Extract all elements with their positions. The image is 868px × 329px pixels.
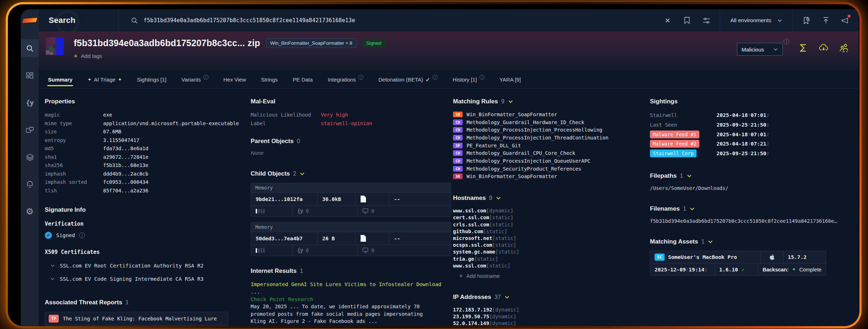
check-icon: ✓ bbox=[426, 77, 430, 83]
chevron-down-icon[interactable] bbox=[299, 171, 305, 177]
info-icon: i bbox=[203, 75, 208, 80]
chevron-down-icon[interactable] bbox=[686, 173, 692, 179]
sidebar-item-yara[interactable]: {y bbox=[21, 94, 39, 112]
indicator-row[interactable]: system.gc.name[static] bbox=[453, 249, 650, 255]
rule-type-badge: SR bbox=[453, 173, 463, 179]
property-key: imphash sorted bbox=[45, 178, 103, 187]
certificate-row[interactable]: SSL.com EV Code Signing Intermediate CA … bbox=[45, 276, 251, 282]
rule-type-badge: CH bbox=[453, 150, 463, 156]
apple-icon bbox=[769, 254, 775, 261]
indicator-row[interactable]: 172.183.7.192[dynamic] bbox=[453, 306, 650, 313]
child-object-card[interactable]: Memory 50ded3...7ea4b7 26 B -- {y 0 0 bbox=[251, 222, 451, 256]
rule-name: Methodology_ProcessInjection_ThreadConti… bbox=[467, 135, 608, 141]
sighting-row: Stairwell 2025-04-18T07:01Z bbox=[650, 111, 848, 120]
certificate-row[interactable]: SSL.com EV Root Certification Authority … bbox=[45, 263, 251, 269]
tab[interactable]: ✦ Summary ✦ ✓ i bbox=[47, 71, 73, 88]
matching-rule-row[interactable]: CH Methodology_ProcessInjection_QueueUse… bbox=[453, 157, 650, 165]
internet-result-title[interactable]: Impersonated GenAI Site Lures Victims to… bbox=[251, 281, 446, 296]
tab-label: Strings bbox=[261, 77, 278, 83]
signal-bars-icon bbox=[251, 245, 293, 256]
sidebar-item-layers[interactable] bbox=[21, 148, 39, 166]
tab[interactable]: ✦ PE Data ✦ ✓ i bbox=[292, 71, 313, 88]
rule-type-badge: CH bbox=[453, 135, 463, 141]
property-value: fda73d...8e6a1d bbox=[103, 144, 148, 153]
tab[interactable]: ✦ History [1] ✦ ✓ i bbox=[452, 71, 485, 88]
indicator-row[interactable]: microsoft.net[static] bbox=[453, 235, 650, 242]
indicator-row[interactable]: ocsps.ssl.com[static] bbox=[453, 242, 650, 249]
indicator-row[interactable]: 23.199.50.75[dynamic] bbox=[453, 313, 650, 320]
indicator-row[interactable]: cert.ssl.com[static] bbox=[453, 214, 650, 221]
info-icon: i bbox=[433, 75, 438, 80]
child-object-verdict: -- bbox=[389, 193, 451, 205]
add-tags-button[interactable]: + Add tags bbox=[74, 53, 385, 59]
matching-rule-row[interactable]: SP PE_Feature_DLL_Git bbox=[453, 142, 650, 149]
matching-asset-card[interactable]: SC SomeUser's MacBook Pro 15.7.2 bbox=[650, 251, 826, 276]
asset-badge: SC bbox=[655, 254, 665, 261]
tab[interactable]: ✦ Strings ✦ ✓ i bbox=[260, 71, 279, 88]
chevron-down-icon bbox=[777, 18, 782, 23]
report-source-cell: Source: Check Point bbox=[94, 325, 155, 326]
environment-select[interactable]: All environments bbox=[720, 9, 792, 31]
tab[interactable]: ✦ Variants ✦ ✓ i bbox=[181, 71, 209, 88]
tab[interactable]: ✦ Integrations ✦ ✓ i bbox=[327, 71, 364, 88]
search-input-value[interactable]: f5b31bd394e0a3adb6bd175207b8c3ccc51850c8… bbox=[144, 17, 355, 24]
saved-searches-icon[interactable] bbox=[802, 16, 811, 25]
chevron-down-icon[interactable] bbox=[689, 206, 695, 212]
matching-rule-row[interactable]: SR Win_BinFormatter_SoapFormatter bbox=[453, 173, 650, 181]
property-key: sha256 bbox=[45, 161, 103, 170]
yara-icon: {y bbox=[297, 208, 303, 214]
bookmark-icon[interactable] bbox=[683, 16, 691, 25]
chevron-down-icon[interactable] bbox=[508, 99, 513, 104]
sidebar-item-notifications[interactable] bbox=[21, 175, 39, 193]
matching-rule-row[interactable]: CH Methodology_Guardrail_Hardware_ID_Che… bbox=[453, 118, 650, 126]
chevron-down-icon[interactable] bbox=[504, 294, 510, 300]
upload-icon[interactable] bbox=[821, 16, 830, 25]
child-object-card[interactable]: Memory 9bde21...1012fa 36.0kB -- {y 0 0 bbox=[251, 183, 451, 217]
matching-rule-row[interactable]: SR Win_BinFormatter_SoapFormatter bbox=[453, 111, 650, 118]
tab[interactable]: ✦ YARA [9] ✦ ✓ i bbox=[499, 71, 522, 88]
sidebar-item-dashboard[interactable] bbox=[21, 67, 39, 84]
share-users-icon[interactable] bbox=[839, 43, 849, 53]
indicator-value: tria.ge bbox=[453, 256, 474, 262]
indicator-row[interactable]: tria.ge[static] bbox=[453, 256, 650, 262]
clear-search-icon[interactable]: ✕ bbox=[663, 16, 672, 25]
matching-rule-row[interactable]: CH Methodology_Guardrail_CPU_Core_Check bbox=[453, 149, 650, 157]
indicator-row[interactable]: 52.0.174.149[dynamic] bbox=[453, 320, 650, 326]
tab[interactable]: ✦ AI Triage ✦ ✓ i bbox=[87, 71, 122, 88]
info-icon[interactable]: i bbox=[783, 39, 789, 44]
file-title: f5b31bd394e0a3adb6bd175207b8c3cc... zip bbox=[74, 38, 260, 48]
info-icon[interactable]: i bbox=[79, 232, 85, 238]
tab[interactable]: ✦ Hex View ✦ ✓ i bbox=[223, 71, 247, 88]
sidebar-item-assets[interactable] bbox=[21, 121, 39, 139]
announcements-icon[interactable] bbox=[841, 16, 849, 25]
app-logo[interactable] bbox=[21, 9, 39, 31]
property-row: imphash sorted fc0953...000434 bbox=[45, 178, 251, 187]
threat-report-card[interactable]: TF The Sting of Fake Kling: Facebook Mal… bbox=[45, 312, 228, 326]
indicator-row[interactable]: www.ssl.com[dynamic] bbox=[453, 207, 650, 214]
indicator-row[interactable]: www.ssl.com[static] bbox=[453, 262, 650, 269]
chevron-down-icon bbox=[50, 263, 55, 268]
sighting-row: Stairwell Corp 2025-09-25T21:50Z bbox=[650, 149, 848, 158]
verdict-select[interactable]: Malicious bbox=[737, 43, 783, 56]
chevron-down-icon[interactable] bbox=[708, 239, 713, 245]
sidebar-item-search[interactable] bbox=[21, 39, 39, 57]
verdict-value: Malicious bbox=[742, 46, 764, 53]
indicator-row[interactable]: crls.ssl.com[static] bbox=[453, 221, 650, 228]
run-yara-query-icon[interactable] bbox=[798, 43, 808, 53]
global-search[interactable]: f5b31bd394e0a3adb6bd175207b8c3ccc51850c8… bbox=[119, 9, 654, 31]
matching-rule-row[interactable]: CH Methodology_SecurityProduct_Reference… bbox=[453, 165, 650, 173]
property-row: magic exe bbox=[45, 111, 251, 119]
x509-heading: X509 Certificates bbox=[45, 249, 251, 255]
matching-rule-row[interactable]: CH Methodology_ProcessInjection_ThreadCo… bbox=[453, 134, 650, 142]
tab[interactable]: ✦ Sightings [1] ✦ ✓ i bbox=[136, 71, 167, 88]
indicator-row[interactable]: github.com[static] bbox=[453, 228, 650, 235]
add-hostname-button[interactable]: + Add hostname bbox=[453, 273, 650, 279]
matching-rule-row[interactable]: CH Methodology_ProcessInjection_ProcessH… bbox=[453, 126, 650, 134]
window-frame-inner: Search f5b31bd394e0a3adb6bd175207b8c3ccc… bbox=[8, 4, 859, 326]
rule-match-badge[interactable]: Win_BinFormatter_SoapFormatter + 8 bbox=[266, 38, 357, 48]
tab[interactable]: ✦ Detonation (BETA) ✦ ✓ i bbox=[378, 71, 438, 88]
sidebar-item-settings[interactable]: ⚙ bbox=[21, 202, 39, 220]
filters-icon[interactable] bbox=[702, 16, 710, 25]
chevron-down-icon[interactable] bbox=[496, 195, 501, 201]
download-cloud-icon[interactable] bbox=[819, 43, 829, 53]
